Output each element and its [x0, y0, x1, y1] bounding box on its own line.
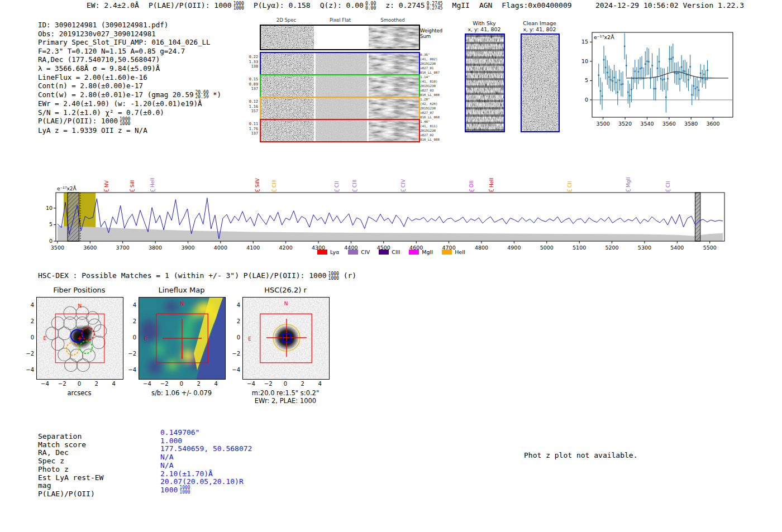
match-value-1: 1.000 — [160, 437, 182, 445]
data-point — [667, 78, 669, 80]
lineflux-xtick-label: 2 — [190, 381, 207, 387]
lineflux-map-image: N E — [139, 297, 226, 380]
hsc-dex-line: HSC-DEX : Possible Matches = 1 (within +… — [38, 271, 356, 280]
fiber-circle — [77, 359, 89, 372]
fit-ytick-label: 10 — [581, 58, 588, 64]
fiber-ytick-label: 4 — [22, 302, 34, 308]
fiber-circle — [64, 306, 77, 319]
left-label: 0.11 — [240, 122, 258, 127]
spec2d-row-1-panel-1 — [316, 75, 367, 97]
header-stat-0-text: EW: 2.4±2.0Å — [87, 1, 139, 9]
fiber-xtick-label: −2 — [54, 381, 70, 387]
info-line-6-seg: LineFlux = 2.00(±1.60)e-16 — [38, 73, 147, 82]
info-line-7-seg-text: Cont(n) = 2.80(±0.00)e-17 — [38, 82, 143, 90]
data-point — [626, 65, 627, 66]
right-label: 20191230 — [420, 106, 454, 111]
data-point — [665, 97, 667, 98]
data-point — [629, 95, 631, 97]
data-point — [621, 84, 622, 85]
clean-coords: x, y: 41, 802 — [514, 26, 565, 32]
right-label: v027_03 — [420, 88, 454, 93]
emission-line-bracket — [272, 189, 276, 191]
spectrum-xtick-label: 3800 — [149, 245, 162, 250]
data-point — [646, 61, 648, 63]
match-label-4: Photo z — [38, 465, 69, 473]
data-point — [603, 59, 605, 61]
info-line-8-seg-text: Cont(w) = 2.80(±0.01)e-17 (gmag 20.59 — [38, 90, 193, 99]
emission-line-bracket — [489, 189, 494, 191]
right-label: 20191230 — [420, 128, 454, 133]
fraction: 0.27450.2745 — [427, 2, 443, 11]
info-line-0-seg: ID: 3090124981 (3090124981.pdf) — [38, 21, 168, 29]
hsc-cutout-title: HSC(26.2) r — [242, 286, 328, 294]
left-label: 137 — [240, 131, 258, 136]
fraction: 10001000 — [120, 117, 130, 126]
fit-xtick-label: 3560 — [662, 121, 676, 127]
emission-line-label-civ-7: CIV — [400, 179, 406, 188]
data-point — [705, 79, 707, 80]
right-label: v027_02 — [420, 133, 454, 137]
right-label: (41, 802) — [420, 57, 454, 61]
spec2d-row-2-right-labels: 1.28"(42, 626)20191230v027_07016_LL_068 — [420, 97, 454, 119]
info-line-9-seg-text: EWr = 2.40(±1.90) (w: -1.20(±0.01)e19)Å — [38, 99, 202, 108]
info-line-9: EWr = 2.40(±1.90) (w: -1.20(±0.01)e19)Å — [38, 99, 221, 108]
info-line-11: P(LAE)/P(OII): 100010001000 — [38, 117, 221, 126]
fiber-xlabel: arcsecs — [36, 389, 122, 397]
hsc-xtick-label: 4 — [312, 381, 328, 387]
spectrum-xtick-label: 3700 — [116, 245, 130, 250]
spectrum-xtick-label: 4100 — [246, 245, 260, 250]
fiber-xtick-label: −4 — [36, 381, 53, 387]
emission-line-bracket — [104, 189, 109, 191]
data-point — [698, 89, 700, 91]
info-line-12-seg: LyA z = 1.9339 OII z = N/A — [38, 126, 147, 135]
right-label: (41, 811) — [420, 124, 454, 128]
fit-xtick-label: 3500 — [597, 121, 610, 127]
emission-line-label-nv-0: NV — [104, 180, 109, 188]
lineflux-ytick-label: 2 — [124, 318, 136, 324]
right-label: 20191230 — [420, 84, 454, 88]
data-point — [684, 70, 686, 72]
info-line-1-seg: Obs: 20191230v027_3090124981 — [38, 30, 156, 38]
right-label: v027_01 — [420, 66, 454, 70]
info-line-10-seg: S/N = 1.2(±1.0) χ² = 0.7(±0.0) — [38, 108, 164, 117]
fit-xtick-label: 3600 — [706, 121, 719, 127]
data-point — [641, 67, 643, 69]
left-label: 157 — [240, 109, 258, 114]
spec2d-row-1-left-labels: 0.150.89137 — [240, 77, 258, 92]
spectrum-xtick-label: 4200 — [279, 245, 293, 250]
data-point — [659, 61, 660, 63]
info-line-12: LyA z = 1.9339 OII z = N/A — [38, 126, 221, 135]
spectrum-xtick-label: 3900 — [181, 245, 194, 250]
data-point — [640, 68, 641, 70]
hsc-overlay: N E — [243, 298, 329, 379]
emission-line-label-siiv-3: SiIV — [255, 178, 260, 188]
spectrum-xtick-label: 5500 — [703, 245, 717, 250]
header-stat-2: P(Lyα): 0.158 — [254, 1, 311, 11]
hsc-dex-line-text: HSC-DEX : Possible Matches = 1 (within +… — [38, 271, 327, 280]
spec2d-row-0-right-labels: 0.35"(41, 802)20191230v027_01016_LL_087 — [420, 52, 454, 75]
fiber-circle — [83, 349, 96, 362]
hsc-xtick-label: 2 — [294, 381, 311, 387]
right-label: (42, 626) — [420, 102, 454, 106]
data-point — [683, 70, 684, 72]
noise-image — [316, 98, 367, 119]
info-line-1-seg-text: Obs: 20191230v027_3090124981 — [38, 30, 156, 38]
fit-ylabel: e⁻¹⁷x2Å — [594, 34, 614, 40]
header-stats: EW: 2.4±2.0ÅP(LAE)/P(OII): 100010001000P… — [87, 1, 572, 11]
hatch-band-right — [695, 193, 700, 241]
left-label: 1.76 — [240, 127, 258, 132]
sky-lines-overlay — [466, 35, 504, 131]
data-point — [648, 61, 650, 63]
fraction: 10001000 — [233, 2, 244, 11]
match-value-4: N/A — [160, 461, 173, 469]
match-value-5: 2.10(±1.70)Å — [160, 469, 213, 478]
data-point — [693, 85, 695, 87]
info-line-8-seg-post: *) — [209, 90, 222, 99]
lineflux-map-title: Lineflux Map — [139, 286, 225, 294]
right-label: 016_LL_068 — [420, 115, 454, 119]
weighted-sum-label-line1: Weighted — [420, 28, 442, 33]
fiber-overlay: NE — [37, 298, 123, 379]
data-point — [707, 69, 708, 71]
fiber-east-label: E — [43, 336, 46, 341]
data-point — [602, 95, 603, 97]
